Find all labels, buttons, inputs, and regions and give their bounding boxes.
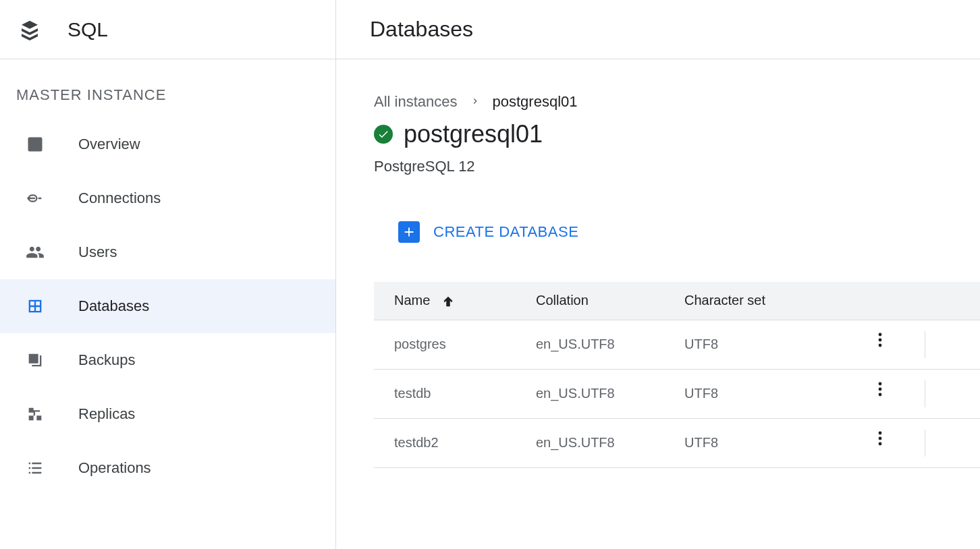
row-actions-button[interactable] bbox=[867, 332, 894, 348]
cell-collation: en_US.UTF8 bbox=[516, 320, 664, 369]
svg-point-8 bbox=[879, 437, 882, 440]
create-database-label: CREATE DATABASE bbox=[433, 223, 578, 241]
row-actions-button[interactable] bbox=[867, 381, 894, 397]
databases-table: Name Collation Character set bbox=[374, 282, 980, 468]
column-header-name-label: Name bbox=[394, 293, 430, 308]
overview-icon bbox=[24, 134, 46, 155]
plus-icon bbox=[398, 221, 420, 243]
sidebar-item-label: Operations bbox=[78, 459, 151, 477]
sidebar-item-users[interactable]: Users bbox=[0, 225, 335, 279]
sidebar-item-replicas[interactable]: Replicas bbox=[0, 387, 335, 441]
product-logo-icon bbox=[19, 19, 40, 40]
column-header-actions bbox=[846, 282, 980, 320]
column-header-charset[interactable]: Character set bbox=[664, 282, 846, 320]
sidebar-item-label: Users bbox=[78, 243, 117, 261]
column-header-collation[interactable]: Collation bbox=[516, 282, 664, 320]
page-title: Databases bbox=[370, 17, 473, 42]
main: Databases All instances postgresql01 pos… bbox=[336, 0, 980, 549]
users-icon bbox=[24, 241, 46, 263]
table-row: testdb2 en_US.UTF8 UTF8 bbox=[374, 418, 980, 467]
svg-point-3 bbox=[879, 344, 882, 347]
table-row: postgres en_US.UTF8 UTF8 bbox=[374, 320, 980, 369]
column-header-collation-label: Collation bbox=[536, 293, 589, 308]
cell-collation: en_US.UTF8 bbox=[516, 418, 664, 467]
sidebar-item-backups[interactable]: Backups bbox=[0, 333, 335, 387]
connections-icon bbox=[24, 187, 46, 209]
cell-charset: UTF8 bbox=[664, 418, 846, 467]
sidebar-item-connections[interactable]: Connections bbox=[0, 171, 335, 225]
column-header-name[interactable]: Name bbox=[374, 282, 516, 320]
sidebar: SQL MASTER INSTANCE Overview Connections bbox=[0, 0, 336, 549]
svg-point-4 bbox=[879, 382, 882, 386]
cell-name: postgres bbox=[374, 320, 516, 369]
sidebar-section-label: MASTER INSTANCE bbox=[0, 59, 335, 117]
cell-name: testdb2 bbox=[374, 418, 516, 467]
cell-charset: UTF8 bbox=[664, 369, 846, 418]
databases-tbody: postgres en_US.UTF8 UTF8 testdb en_US.UT… bbox=[374, 320, 980, 467]
table-row: testdb en_US.UTF8 UTF8 bbox=[374, 369, 980, 418]
sidebar-item-label: Backups bbox=[78, 351, 135, 369]
svg-point-5 bbox=[879, 388, 882, 391]
cell-collation: en_US.UTF8 bbox=[516, 369, 664, 418]
breadcrumb-parent[interactable]: All instances bbox=[374, 93, 458, 111]
sidebar-item-overview[interactable]: Overview bbox=[0, 117, 335, 171]
main-header: Databases bbox=[336, 0, 980, 59]
divider bbox=[925, 331, 925, 358]
svg-point-9 bbox=[879, 442, 882, 446]
cell-name: testdb bbox=[374, 369, 516, 418]
sidebar-item-label: Replicas bbox=[78, 405, 135, 423]
sidebar-header: SQL bbox=[0, 0, 335, 59]
breadcrumb: All instances postgresql01 bbox=[374, 93, 980, 111]
databases-icon bbox=[24, 295, 46, 317]
divider bbox=[925, 430, 925, 457]
instance-name: postgresql01 bbox=[404, 120, 543, 148]
row-actions-button[interactable] bbox=[867, 430, 894, 446]
breadcrumb-current: postgresql01 bbox=[493, 93, 578, 111]
instance-version: PostgreSQL 12 bbox=[374, 158, 980, 175]
sidebar-item-label: Connections bbox=[78, 190, 161, 207]
divider bbox=[925, 380, 925, 407]
sidebar-nav: Overview Connections Users Databases bbox=[0, 117, 335, 495]
sidebar-item-label: Databases bbox=[78, 297, 149, 315]
svg-point-2 bbox=[879, 339, 882, 342]
operations-icon bbox=[24, 457, 46, 479]
sort-ascending-icon bbox=[441, 294, 456, 309]
column-header-charset-label: Character set bbox=[684, 293, 765, 308]
sidebar-item-operations[interactable]: Operations bbox=[0, 441, 335, 495]
sidebar-item-label: Overview bbox=[78, 136, 140, 153]
status-ok-icon bbox=[374, 125, 393, 144]
product-title: SQL bbox=[67, 18, 108, 41]
sidebar-item-databases[interactable]: Databases bbox=[0, 279, 335, 333]
svg-point-7 bbox=[879, 432, 882, 435]
backups-icon bbox=[24, 349, 46, 371]
content: All instances postgresql01 postgresql01 … bbox=[336, 59, 980, 468]
chevron-right-icon bbox=[470, 93, 481, 111]
svg-point-1 bbox=[879, 333, 882, 337]
create-database-button[interactable]: CREATE DATABASE bbox=[387, 216, 589, 248]
replicas-icon bbox=[24, 403, 46, 425]
cell-charset: UTF8 bbox=[664, 320, 846, 369]
svg-point-6 bbox=[879, 393, 882, 397]
instance-heading: postgresql01 bbox=[374, 120, 980, 148]
